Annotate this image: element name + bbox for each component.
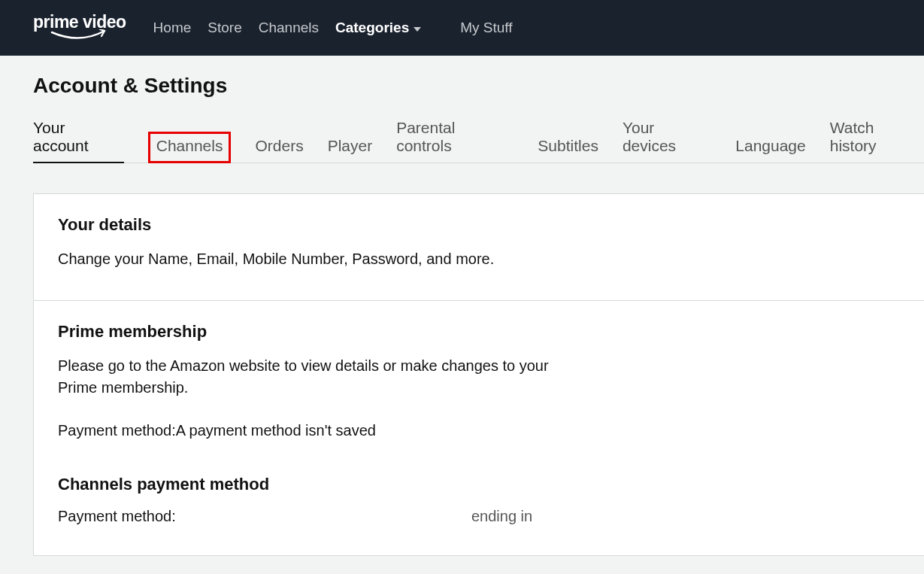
section-desc: Please go to the Amazon website to view … (58, 355, 584, 399)
tab-label: Your account (33, 119, 89, 154)
nav-label: Categories (335, 20, 409, 36)
section-your-details[interactable]: Your details Change your Name, Email, Mo… (34, 194, 924, 301)
prime-video-logo[interactable]: prime video (33, 14, 126, 43)
nav-label: Store (208, 20, 241, 36)
page-body: Account & Settings Your account Channels… (0, 56, 924, 556)
tab-label: Parental controls (396, 119, 455, 154)
tab-orders[interactable]: Orders (255, 132, 303, 162)
tab-label: Watch history (830, 119, 877, 154)
tab-label: Player (328, 137, 373, 154)
payment-method-line: Payment method:A payment method isn't sa… (58, 420, 584, 442)
section-title: Your details (58, 215, 900, 235)
top-nav: prime video Home Store Channels Categori… (0, 0, 924, 56)
tab-channels[interactable]: Channels (148, 132, 232, 163)
logo-text: prime video (33, 14, 126, 31)
tab-label: Channels (156, 137, 223, 154)
settings-tabs: Your account Channels Orders Player Pare… (33, 114, 924, 163)
tab-subtitles[interactable]: Subtitles (538, 132, 598, 162)
nav-store[interactable]: Store (208, 20, 241, 36)
nav-label: My Stuff (460, 20, 512, 36)
nav-my-stuff[interactable]: My Stuff (460, 20, 512, 36)
section-desc: Change your Name, Email, Mobile Number, … (58, 248, 584, 270)
tab-label: Language (735, 137, 805, 154)
section-title: Prime membership (58, 322, 900, 342)
tab-your-devices[interactable]: Your devices (623, 114, 711, 162)
nav-links: Home Store Channels Categories My Stuff (153, 20, 513, 36)
nav-label: Channels (259, 20, 319, 36)
tab-player[interactable]: Player (328, 132, 373, 162)
payment-method-value: ending in (471, 508, 532, 525)
nav-channels[interactable]: Channels (259, 20, 319, 36)
tab-label: Your devices (623, 119, 676, 154)
content-panel: Your details Change your Name, Email, Mo… (33, 193, 924, 556)
channels-payment-title: Channels payment method (58, 475, 900, 494)
section-prime-membership: Prime membership Please go to the Amazon… (34, 301, 924, 555)
tab-your-account[interactable]: Your account (33, 114, 124, 162)
tab-parental-controls[interactable]: Parental controls (396, 114, 514, 162)
amazon-smile-icon (46, 29, 114, 43)
nav-home[interactable]: Home (153, 20, 192, 36)
nav-label: Home (153, 20, 192, 36)
page-title: Account & Settings (33, 74, 924, 98)
nav-categories[interactable]: Categories (335, 20, 421, 36)
tab-watch-history[interactable]: Watch history (830, 114, 924, 162)
channels-payment-row: Payment method: ending in (58, 508, 900, 525)
tab-label: Subtitles (538, 137, 598, 154)
payment-method-label: Payment method: (58, 508, 471, 525)
chevron-down-icon (414, 27, 421, 32)
tab-language[interactable]: Language (735, 132, 805, 162)
tab-label: Orders (255, 137, 303, 154)
